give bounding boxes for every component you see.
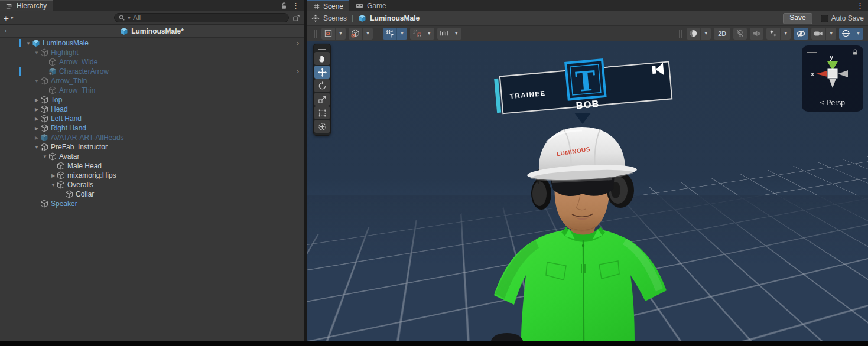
gameobject-cube-icon [40, 48, 48, 57]
expand-arrow-icon[interactable]: ▶ [33, 97, 40, 103]
search-input[interactable] [133, 14, 285, 22]
tree-item[interactable]: Arrow_Wide [0, 57, 304, 67]
snap-toggle-button[interactable]: ▼ [410, 28, 434, 40]
tree-item-label: Arrow_Thin [51, 77, 87, 85]
tree-item[interactable]: ▶mixamorig:Hips [0, 171, 304, 180]
camera-settings-button[interactable]: ▼ [811, 28, 836, 40]
chevron-down-icon[interactable]: ▼ [700, 28, 711, 40]
expand-arrow-icon[interactable]: ▼ [25, 41, 32, 46]
tree-item[interactable]: CharacterArrow› [0, 67, 304, 76]
expand-arrow-icon[interactable]: ▶ [33, 126, 40, 131]
axis-gizmo[interactable]: y x [810, 54, 855, 92]
expand-arrow-icon[interactable]: ▶ [33, 107, 40, 112]
eye-slash-icon [794, 28, 808, 40]
hierarchy-menu-icon[interactable]: ⋮ [292, 2, 300, 9]
scene-visibility-button[interactable] [794, 28, 808, 40]
tree-item[interactable]: ▼Avatar [0, 152, 304, 161]
tree-item[interactable]: ▶Top [0, 95, 304, 105]
lighting-toggle-button[interactable] [733, 28, 747, 40]
expand-arrow-icon[interactable]: ▼ [33, 50, 40, 56]
search-filter-caret-icon[interactable]: ▼ [127, 16, 131, 20]
expand-arrow-icon[interactable]: ▶ [50, 173, 57, 178]
audio-toggle-button[interactable] [750, 28, 763, 40]
game-tab-label: Game [367, 2, 386, 10]
expand-arrow-icon[interactable]: ▶ [33, 116, 40, 122]
chevron-down-icon[interactable]: ▼ [780, 28, 791, 40]
nameplate-accent-bar [494, 79, 501, 113]
pivot-center-icon [321, 28, 335, 40]
tree-item[interactable]: ▼LuminousMale› [0, 38, 304, 48]
2d-toggle-button[interactable]: 2D [714, 28, 730, 40]
tree-item[interactable]: Collar [0, 190, 304, 199]
projection-mode-label: Persp [827, 99, 845, 107]
shading-mode-button[interactable]: ▼ [687, 28, 711, 40]
search-field[interactable]: ▼ [114, 13, 289, 22]
chevron-down-icon[interactable]: ▼ [335, 28, 346, 40]
tree-item-label: Speaker [51, 200, 77, 208]
nameplate-role-text: TRAINEE [509, 90, 546, 100]
overlay-drag-handle[interactable] [318, 47, 326, 50]
hand-tool[interactable] [314, 52, 330, 65]
toolbar-drag-handle[interactable] [314, 30, 317, 38]
tree-item[interactable]: ▶Right Hand [0, 123, 304, 133]
tab-hierarchy[interactable]: Hierarchy [0, 0, 53, 11]
transform-tool[interactable] [314, 120, 330, 133]
tree-item[interactable]: ▼Arrow_Thin [0, 76, 304, 86]
nameplate-speaker-icon [652, 63, 664, 76]
2d-toggle-label: 2D [716, 30, 728, 37]
chevron-down-icon[interactable]: ▼ [825, 28, 836, 40]
tab-game[interactable]: Game [349, 0, 392, 11]
light-off-icon [733, 28, 747, 40]
open-prefab-chevron-icon[interactable]: › [297, 39, 299, 47]
expand-arrow-icon[interactable]: ▼ [41, 154, 48, 159]
current-prefab-label[interactable]: LuminousMale [370, 14, 420, 22]
auto-save-checkbox[interactable] [821, 15, 828, 22]
expand-arrow-icon[interactable]: ▼ [50, 182, 57, 188]
gamepad-icon [355, 2, 364, 9]
chevron-down-icon[interactable]: ▼ [424, 28, 434, 40]
popout-icon[interactable] [292, 14, 300, 22]
tool-handle-position-button[interactable]: ▼ [321, 28, 346, 40]
tree-item[interactable]: ▼Highlight [0, 48, 304, 57]
tree-item[interactable]: Male Head [0, 161, 304, 171]
rotate-tool[interactable] [314, 79, 330, 92]
expand-arrow-icon[interactable]: ▼ [33, 79, 40, 84]
scenes-breadcrumb-label[interactable]: Scenes [323, 14, 347, 22]
tree-item[interactable]: ▶AVATAR-ART-AllHeads [0, 133, 304, 142]
tab-scene[interactable]: Scene [307, 0, 349, 11]
chevron-down-icon[interactable]: ▼ [396, 28, 407, 40]
rect-tool[interactable] [314, 106, 330, 119]
open-prefab-chevron-icon[interactable]: › [297, 67, 299, 76]
tree-item[interactable]: ▶Left Hand [0, 114, 304, 123]
tree-item[interactable]: ▼Overalls [0, 180, 304, 190]
projection-mode[interactable]: ≤ Persp [802, 99, 863, 107]
scene-menu-icon[interactable]: ⋮ [856, 2, 864, 9]
tree-item[interactable]: ▶Head [0, 105, 304, 114]
nameplate-name-text: BOB [576, 98, 600, 110]
tool-handle-rotation-button[interactable]: ▼ [349, 28, 373, 40]
save-button[interactable]: Save [783, 13, 812, 24]
move-tool[interactable] [314, 66, 330, 79]
expand-arrow-icon[interactable]: ▶ [33, 135, 40, 141]
scale-tool[interactable] [314, 93, 330, 106]
tree-item[interactable]: Speaker [0, 199, 304, 208]
toolbar-drag-handle[interactable] [679, 30, 682, 38]
effects-toggle-button[interactable]: ▼ [766, 28, 791, 40]
tools-overlay [313, 44, 331, 136]
chevron-down-icon[interactable]: ▼ [853, 28, 863, 40]
chevron-down-icon[interactable]: ▼ [451, 28, 461, 40]
expand-arrow-icon[interactable]: ▼ [33, 145, 40, 150]
lock-icon[interactable] [281, 2, 287, 9]
tree-item[interactable]: ▼PreFab_Instructor [0, 142, 304, 152]
chevron-down-icon[interactable]: ▼ [362, 28, 373, 40]
gizmos-sphere-button[interactable]: ▼ [839, 28, 863, 40]
overlay-drag-handle[interactable] [807, 50, 817, 53]
tree-item[interactable]: Arrow_Thin [0, 86, 304, 95]
hierarchy-tree: ▼LuminousMale›▼HighlightArrow_WideCharac… [0, 38, 304, 208]
tree-item-label: Head [51, 105, 68, 113]
scene-viewport[interactable]: LUMINOUS [307, 41, 868, 341]
create-button[interactable]: + ▼ [4, 13, 14, 23]
grid-visibility-button[interactable]: ▼ [383, 28, 407, 40]
hierarchy-panel: Hierarchy ⋮ + ▼ ▼ [0, 0, 304, 341]
snap-increment-button[interactable]: ▼ [437, 28, 461, 40]
